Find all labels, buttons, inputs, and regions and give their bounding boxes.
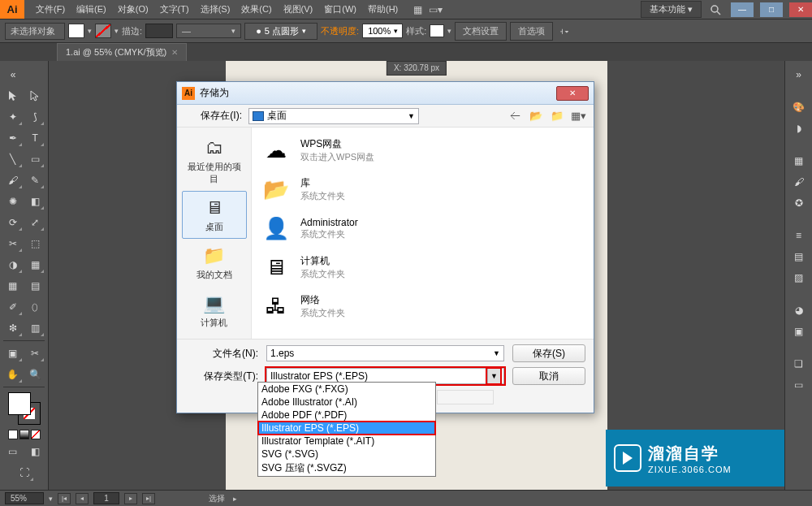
swatches-panel-icon[interactable]: ▦: [789, 152, 809, 170]
menu-edit[interactable]: 编辑(E): [71, 1, 111, 18]
document-tab[interactable]: 1.ai @ 55% (CMYK/预览) ✕: [57, 43, 187, 61]
eyedropper-tool[interactable]: ✐: [3, 298, 23, 316]
list-item[interactable]: 📂库系统文件夹: [257, 170, 589, 209]
up-folder-icon[interactable]: 📂: [529, 109, 543, 123]
align-icon[interactable]: ⫞▾: [559, 26, 569, 36]
stroke-weight-field[interactable]: [145, 24, 173, 38]
eraser-tool[interactable]: ◧: [26, 192, 45, 210]
transparency-panel-icon[interactable]: ▨: [789, 269, 809, 287]
chevron-down-icon[interactable]: ▼: [487, 369, 500, 383]
save-button[interactable]: 保存(S): [512, 344, 585, 362]
view-menu-icon[interactable]: ▦▾: [571, 109, 585, 123]
menu-effect[interactable]: 效果(C): [236, 1, 276, 18]
paintbrush-tool[interactable]: 🖌: [3, 171, 23, 189]
zoom-tool[interactable]: 🔍: [26, 365, 45, 383]
filetype-option[interactable]: Adobe FXG (*.FXG): [258, 383, 435, 396]
cancel-button[interactable]: 取消: [512, 367, 585, 385]
magic-wand-tool[interactable]: ✦: [3, 108, 23, 126]
workspace-switcher[interactable]: 基本功能 ▾: [641, 1, 702, 18]
blend-tool[interactable]: ⬯: [26, 298, 45, 316]
menu-type[interactable]: 文字(T): [155, 1, 194, 18]
slice-tool[interactable]: ✂: [26, 344, 45, 362]
pen-tool[interactable]: ✒: [3, 129, 23, 147]
stroke-panel-icon[interactable]: ≡: [789, 227, 809, 244]
screen-mode-icon[interactable]: ▭: [3, 443, 23, 461]
artboard-prev-icon[interactable]: ◂: [76, 493, 89, 504]
expand-panels-icon[interactable]: »: [789, 66, 809, 84]
gradient-tool[interactable]: ▤: [26, 277, 45, 295]
window-minimize-button[interactable]: —: [731, 2, 754, 17]
stroke-profile-dropdown[interactable]: ● 5 点圆形 ▾: [244, 23, 317, 40]
close-tab-icon[interactable]: ✕: [171, 48, 178, 57]
line-tool[interactable]: ╲: [3, 150, 23, 168]
arrange-icon[interactable]: ▭▾: [429, 3, 442, 16]
list-item[interactable]: 🖧网络系统文件夹: [257, 287, 589, 326]
preferences-button[interactable]: 首选项: [510, 22, 553, 41]
layers-panel-icon[interactable]: ❏: [789, 355, 809, 373]
filename-field[interactable]: 1.eps▼: [266, 345, 504, 361]
document-setup-button[interactable]: 文档设置: [455, 22, 507, 41]
zoom-field[interactable]: 55%: [5, 492, 44, 504]
color-guide-panel-icon[interactable]: ◗: [789, 119, 809, 137]
perspective-tool[interactable]: ▦: [26, 256, 45, 274]
list-item[interactable]: 👤Administrator系统文件夹: [257, 209, 589, 248]
filetype-option[interactable]: Adobe PDF (*.PDF): [258, 409, 435, 422]
rectangle-tool[interactable]: ▭: [26, 150, 45, 168]
window-close-button[interactable]: ✕: [789, 2, 812, 17]
type-tool[interactable]: T: [26, 129, 45, 147]
filetype-dropdown-list[interactable]: Adobe FXG (*.FXG) Adobe Illustrator (*.A…: [257, 382, 436, 477]
sidebar-documents[interactable]: 📁我的文档: [182, 239, 247, 287]
brushes-panel-icon[interactable]: 🖌: [789, 173, 809, 191]
artboard-first-icon[interactable]: |◂: [58, 493, 71, 504]
appearance-panel-icon[interactable]: ◕: [789, 301, 809, 319]
shape-builder-tool[interactable]: ◑: [3, 256, 23, 274]
fill-swatch[interactable]: [68, 24, 84, 38]
dialog-close-button[interactable]: ✕: [556, 86, 589, 101]
filetype-option[interactable]: SVG (*.SVG): [258, 448, 435, 461]
pencil-tool[interactable]: ✎: [26, 171, 45, 189]
blob-brush-tool[interactable]: ✺: [3, 192, 23, 210]
search-icon[interactable]: [706, 2, 724, 18]
stroke-swatch[interactable]: [95, 24, 111, 38]
menu-object[interactable]: 对象(O): [113, 1, 153, 18]
menu-file[interactable]: 文件(F): [31, 1, 70, 18]
list-item[interactable]: 🖥计算机系统文件夹: [257, 248, 589, 287]
sidebar-desktop[interactable]: 🖥桌面: [182, 191, 247, 239]
artboard-tool[interactable]: ▣: [3, 344, 23, 362]
selection-tool[interactable]: [3, 87, 23, 105]
expand-tools-icon[interactable]: «: [3, 66, 23, 84]
direct-selection-tool[interactable]: [26, 87, 45, 105]
graph-tool[interactable]: ▥: [26, 319, 45, 337]
filetype-option[interactable]: SVG 压缩 (*.SVGZ): [258, 461, 435, 476]
artboard-number[interactable]: 1: [93, 492, 119, 504]
fill-stroke-indicator[interactable]: [8, 392, 41, 425]
artboard-next-icon[interactable]: ▸: [124, 493, 137, 504]
graphic-styles-panel-icon[interactable]: ▣: [789, 322, 809, 340]
filetype-option-selected[interactable]: Illustrator EPS (*.EPS): [258, 422, 435, 435]
color-panel-icon[interactable]: 🎨: [789, 98, 809, 116]
brush-dropdown[interactable]: —▾: [176, 24, 241, 38]
mesh-tool[interactable]: ▦: [3, 277, 23, 295]
scale-tool[interactable]: ⤢: [26, 214, 45, 231]
draw-mode-icon[interactable]: ◧: [26, 443, 45, 461]
artboard-last-icon[interactable]: ▸|: [142, 493, 155, 504]
change-screen-mode[interactable]: ⛶: [15, 464, 34, 482]
menu-select[interactable]: 选择(S): [196, 1, 235, 18]
symbols-panel-icon[interactable]: ✪: [789, 194, 809, 212]
symbol-sprayer-tool[interactable]: ❇: [3, 319, 23, 337]
style-swatch[interactable]: [430, 24, 444, 37]
new-folder-icon[interactable]: 📁: [550, 109, 564, 123]
location-combo[interactable]: 桌面 ▼: [248, 108, 419, 124]
list-item[interactable]: ☁WPS网盘双击进入WPS网盘: [257, 131, 589, 170]
back-icon[interactable]: 🡠: [508, 109, 522, 123]
free-transform-tool[interactable]: ⬚: [26, 235, 45, 253]
filetype-option[interactable]: Illustrator Template (*.AIT): [258, 435, 435, 448]
zoom-dropdown-icon[interactable]: ▾: [49, 495, 53, 503]
sidebar-computer[interactable]: 💻计算机: [182, 287, 247, 335]
filetype-option[interactable]: Adobe Illustrator (*.AI): [258, 396, 435, 409]
sidebar-recent[interactable]: 🗂最近使用的项目: [182, 131, 247, 191]
gradient-panel-icon[interactable]: ▤: [789, 248, 809, 266]
menu-window[interactable]: 窗口(W): [319, 1, 361, 18]
color-mode-icons[interactable]: [3, 430, 45, 439]
status-menu-icon[interactable]: ▸: [233, 495, 237, 503]
